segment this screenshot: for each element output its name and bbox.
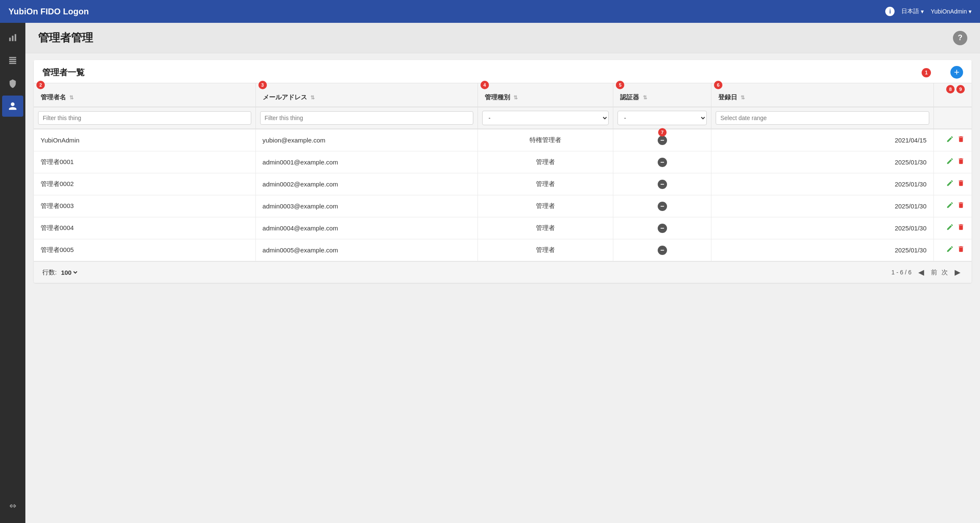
sidebar-bottom: ⇔ <box>2 495 23 516</box>
language-selector[interactable]: 日本語 ▾ <box>901 8 924 15</box>
cell-date: 2021/04/15 <box>711 129 933 151</box>
sidebar-item-user[interactable] <box>2 96 23 117</box>
auth-minus-icon[interactable]: − <box>658 224 667 233</box>
filter-auth-select[interactable]: - <box>618 111 707 125</box>
delete-button[interactable] <box>957 157 965 167</box>
action-buttons <box>941 245 965 255</box>
cell-date: 2025/01/30 <box>711 151 933 173</box>
cell-email: admin0002@example.com <box>255 173 478 195</box>
col-actions: 8 9 <box>933 83 972 107</box>
info-icon[interactable]: i <box>885 7 895 16</box>
user-menu[interactable]: YubiOnAdmin ▾ <box>931 8 972 15</box>
svg-rect-3 <box>9 57 16 58</box>
table-row: 管理者0003admin0003@example.com管理者−2025/01/… <box>34 195 972 217</box>
page-info: 1 - 6 / 6 <box>892 269 911 276</box>
admin-table: 2 管理者名 ⇅ 3 メールアドレス ⇅ <box>34 83 972 261</box>
filter-actions-cell <box>933 107 972 129</box>
sidebar: ⇔ <box>0 23 25 523</box>
cell-actions <box>933 129 972 151</box>
sort-arrows-auth[interactable]: ⇅ <box>643 95 647 101</box>
edit-button[interactable] <box>946 201 954 211</box>
sidebar-item-shield[interactable] <box>2 73 23 94</box>
cell-auth: − <box>613 239 711 261</box>
app-title: YubiOn FIDO Logon <box>8 7 89 16</box>
filter-name-cell <box>34 107 255 129</box>
cell-email: admin0005@example.com <box>255 239 478 261</box>
delete-button[interactable] <box>957 179 965 189</box>
delete-button[interactable] <box>957 223 965 233</box>
auth-minus-icon[interactable]: − <box>658 136 667 145</box>
content-area: 管理者管理 ? 管理者一覧 1 + <box>25 23 980 523</box>
action-buttons <box>941 135 965 145</box>
cell-auth: 7− <box>613 129 711 151</box>
badge-5: 5 <box>616 81 624 89</box>
prev-page-button[interactable]: ◀ <box>916 267 927 278</box>
filter-auth-cell: - <box>613 107 711 129</box>
edit-button[interactable] <box>946 157 954 167</box>
edit-button[interactable] <box>946 223 954 233</box>
sort-arrows-date[interactable]: ⇅ <box>741 95 745 101</box>
sidebar-item-table[interactable] <box>2 50 23 71</box>
cell-name: 管理者0002 <box>34 173 255 195</box>
auth-minus-icon[interactable]: − <box>658 246 667 255</box>
help-button[interactable]: ? <box>953 31 967 45</box>
filter-email-input[interactable] <box>260 111 473 125</box>
rows-select[interactable]: 100 50 25 <box>59 268 79 277</box>
section-header: 管理者一覧 1 + <box>34 60 972 83</box>
svg-rect-4 <box>9 59 16 60</box>
sidebar-item-expand[interactable]: ⇔ <box>2 495 23 516</box>
cell-name: 管理者0001 <box>34 151 255 173</box>
sort-arrows-name[interactable]: ⇅ <box>69 95 74 101</box>
cell-date: 2025/01/30 <box>711 195 933 217</box>
delete-button[interactable] <box>957 135 965 145</box>
top-header: YubiOn FIDO Logon i 日本語 ▾ YubiOnAdmin ▾ <box>0 0 980 23</box>
header-right: i 日本語 ▾ YubiOnAdmin ▾ <box>885 7 972 16</box>
next-label: 次 <box>942 268 948 277</box>
svg-rect-0 <box>9 38 11 41</box>
cell-auth: − <box>613 217 711 239</box>
filter-date-cell <box>711 107 933 129</box>
delete-button[interactable] <box>957 245 965 255</box>
edit-button[interactable] <box>946 135 954 145</box>
rows-label: 行数: <box>42 268 57 277</box>
badge-7: 7 <box>658 128 667 137</box>
cell-type: 管理者 <box>478 239 613 261</box>
filter-name-input[interactable] <box>38 111 251 125</box>
cell-email: yubion@example.com <box>255 129 478 151</box>
auth-minus-icon[interactable]: − <box>658 202 667 211</box>
auth-minus-icon[interactable]: − <box>658 158 667 167</box>
svg-rect-2 <box>15 34 16 41</box>
badge-2: 2 <box>36 81 45 89</box>
edit-button[interactable] <box>946 179 954 189</box>
cell-actions <box>933 217 972 239</box>
prev-label: 前 <box>931 268 937 277</box>
table-body: YubiOnAdminyubion@example.com特権管理者7−2021… <box>34 129 972 261</box>
page-title-bar: 管理者管理 ? <box>25 23 980 53</box>
action-buttons <box>941 179 965 189</box>
sidebar-item-chart[interactable] <box>2 27 23 48</box>
sort-arrows-type[interactable]: ⇅ <box>513 95 518 101</box>
cell-email: admin0003@example.com <box>255 195 478 217</box>
col-email: 3 メールアドレス ⇅ <box>255 83 478 107</box>
action-buttons <box>941 223 965 233</box>
auth-minus-icon[interactable]: − <box>658 180 667 189</box>
main-layout: ⇔ 管理者管理 ? 管理者一覧 1 + <box>0 23 980 523</box>
table-row: YubiOnAdminyubion@example.com特権管理者7−2021… <box>34 129 972 151</box>
edit-button[interactable] <box>946 245 954 255</box>
filter-type-select[interactable]: - 特権管理者 管理者 <box>482 111 609 125</box>
cell-actions <box>933 195 972 217</box>
filter-date-input[interactable] <box>716 111 929 125</box>
cell-type: 管理者 <box>478 195 613 217</box>
badge-4: 4 <box>480 81 489 89</box>
delete-button[interactable] <box>957 201 965 211</box>
cell-auth: − <box>613 173 711 195</box>
page-title: 管理者管理 <box>38 30 93 45</box>
table-row: 管理者0002admin0002@example.com管理者−2025/01/… <box>34 173 972 195</box>
cell-date: 2025/01/30 <box>711 239 933 261</box>
sort-arrows-email[interactable]: ⇅ <box>310 95 315 101</box>
cell-name: 管理者0003 <box>34 195 255 217</box>
rows-per-page: 行数: 100 50 25 <box>42 268 79 277</box>
add-admin-button[interactable]: + <box>950 66 963 79</box>
next-page-button[interactable]: ▶ <box>952 267 963 278</box>
cell-type: 管理者 <box>478 217 613 239</box>
